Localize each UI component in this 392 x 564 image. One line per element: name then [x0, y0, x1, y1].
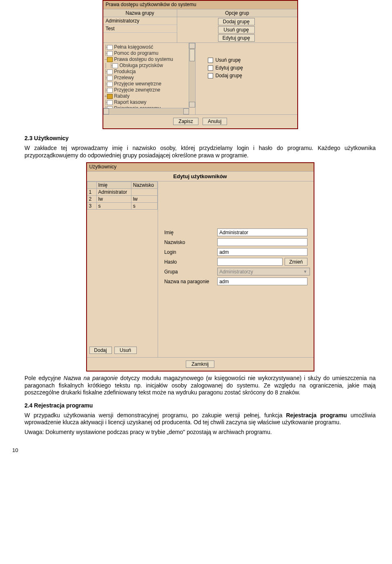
- tree-item[interactable]: ├ Produkcja: [105, 69, 194, 75]
- tree-item[interactable]: ├ Przelewy: [105, 75, 194, 81]
- permission-checkboxes: Usuń grupę Edytuj grupę Dodaj grupę: [196, 43, 297, 114]
- chevron-down-icon: ▼: [303, 269, 307, 274]
- section-2-4-note: Uwaga: Dokumenty wystawione podczas prac…: [24, 429, 376, 436]
- cell: lw: [131, 196, 158, 203]
- lastname-input[interactable]: [217, 238, 307, 246]
- text-bold: Rejestracja programu: [286, 412, 347, 419]
- remove-group-button[interactable]: Usuń grupę: [218, 26, 255, 34]
- check-add-group[interactable]: Dodaj grupę: [208, 73, 293, 78]
- cell: Administrator: [96, 189, 131, 196]
- tree-item[interactable]: ├ Pełna księgowość: [105, 44, 194, 50]
- scrollbar-horizontal[interactable]: [103, 108, 189, 114]
- login-input[interactable]: [217, 248, 307, 256]
- col-firstname: Imię: [96, 182, 131, 189]
- tree-item[interactable]: ├ Przyjęcie zewnętrzne: [105, 87, 194, 93]
- change-password-button[interactable]: Zmień: [285, 258, 307, 266]
- check-label: Usuń grupę: [216, 57, 241, 63]
- login-label: Login: [164, 249, 217, 255]
- group-select[interactable]: [217, 268, 310, 275]
- tree-item-label: Przyjęcie zewnętrzne: [114, 87, 160, 93]
- add-group-button[interactable]: Dodaj grupę: [218, 18, 255, 25]
- group-row[interactable]: Administratorzy: [103, 17, 177, 25]
- users-dialog-heading: Edytuj użytkowników: [87, 172, 314, 181]
- col-num: [87, 182, 96, 189]
- tree-item[interactable]: ├ Raport kasowy: [105, 99, 194, 105]
- page-icon: [107, 69, 113, 74]
- page-icon: [107, 100, 113, 105]
- table-row[interactable]: 3 s s: [87, 203, 158, 210]
- dialog-title: Prawa dostępu użytkowników do systemu: [103, 1, 297, 9]
- text: Pole edycyjne: [24, 375, 64, 381]
- users-tab-title: Użytkownicy: [87, 163, 314, 172]
- save-button[interactable]: Zapisz: [173, 118, 198, 125]
- page-icon: [107, 76, 113, 81]
- tree-item-label: Przyjęcie wewnętrzne: [114, 81, 161, 87]
- remove-user-button[interactable]: Usuń: [114, 347, 137, 354]
- edit-group-button[interactable]: Edytuj grupę: [218, 34, 255, 42]
- folder-icon: [107, 94, 113, 99]
- users-dialog: Użytkownicy Edytuj użytkowników Imię Naz…: [86, 162, 314, 372]
- table-row[interactable]: 2 lw lw: [87, 196, 158, 203]
- page-number: 10: [12, 447, 376, 453]
- check-remove-group[interactable]: Usuń grupę: [208, 57, 293, 63]
- add-user-button[interactable]: Dodaj: [89, 347, 112, 354]
- cancel-button[interactable]: Anuluj: [203, 118, 227, 125]
- cell: lw: [96, 196, 131, 203]
- tree-item[interactable]: ├ Przyjęcie wewnętrzne: [105, 81, 194, 87]
- password-input[interactable]: [217, 258, 283, 266]
- col-lastname: Nazwisko: [131, 182, 158, 189]
- section-2-4-heading: 2.4 Rejestracja programu: [24, 402, 376, 409]
- access-rights-dialog: Prawa dostępu użytkowników do systemu Na…: [102, 0, 298, 129]
- cell: s: [96, 203, 131, 210]
- tree-item-label: Prawa dostępu do systemu: [114, 56, 173, 63]
- tree-item-label: Produkcja: [114, 69, 136, 75]
- folder-icon: [107, 57, 113, 62]
- group-label: Grupa: [164, 269, 217, 275]
- tree-item[interactable]: ├ Pomoc do programu: [105, 50, 194, 56]
- table-row[interactable]: 1 Administrator: [87, 189, 158, 196]
- page-icon: [107, 82, 113, 87]
- group-options-header: Opcje grup: [177, 9, 297, 17]
- text-italic: Nazwa na paragonie: [64, 375, 118, 381]
- scrollbar-vertical[interactable]: [189, 43, 195, 107]
- tree-item-label: Obsługa przycisków: [119, 63, 163, 69]
- receipt-name-explanation: Pole edycyjne Nazwa na paragonie dotyczy…: [24, 375, 376, 396]
- tree-item[interactable]: │ ├ Obsługa przycisków: [105, 63, 194, 69]
- tree-item[interactable]: + Rabaty: [105, 93, 194, 99]
- cell: [131, 189, 158, 196]
- group-options-panel: Opcje grup Dodaj grupę Usuń grupę Edytuj…: [177, 9, 297, 43]
- check-edit-group[interactable]: Edytuj grupę: [208, 65, 293, 71]
- tree-item-label: Pełna księgowość: [114, 44, 153, 50]
- group-row[interactable]: Test: [103, 25, 177, 33]
- group-name-header: Nazwa grupy: [103, 9, 177, 17]
- page-icon: [107, 51, 113, 56]
- section-2-3-text: W zakładce tej wprowadzamy imię i nazwis…: [24, 145, 376, 159]
- section-2-4-text: W przypadku użytkowania wersji demonstra…: [24, 412, 376, 426]
- password-label: Hasło: [164, 259, 217, 265]
- check-label: Edytuj grupę: [216, 65, 243, 71]
- user-form: Imię Nazwisko Login Hasło Zmień Gr: [158, 181, 313, 357]
- page-icon: [107, 88, 113, 93]
- firstname-input[interactable]: [217, 228, 307, 236]
- lastname-label: Nazwisko: [164, 239, 217, 245]
- groups-panel: Nazwa grupy Administratorzy Test: [103, 9, 177, 43]
- cell: 1: [87, 189, 96, 196]
- cell: 3: [87, 203, 96, 210]
- page-icon: [112, 63, 118, 68]
- receipt-name-label: Nazwa na paragonie: [164, 279, 217, 284]
- cell: s: [131, 203, 158, 210]
- page-icon: [107, 45, 113, 50]
- users-table[interactable]: Imię Nazwisko 1 Administrator 2 lw lw: [87, 181, 158, 210]
- close-button[interactable]: Zamknij: [186, 360, 214, 368]
- cell: 2: [87, 196, 96, 203]
- tree-item-label: Pomoc do programu: [114, 50, 158, 56]
- tree-item-label: Przelewy: [114, 75, 134, 81]
- text: W przypadku użytkowania wersji demonstra…: [24, 412, 286, 419]
- section-2-3-heading: 2.3 Użytkownicy: [24, 135, 376, 141]
- tree-item-label: Rabaty: [114, 93, 129, 99]
- permissions-tree[interactable]: ├ Pełna księgowość├ Pomoc do programu− P…: [103, 43, 196, 114]
- tree-item[interactable]: − Prawa dostępu do systemu: [105, 56, 194, 63]
- receipt-name-input[interactable]: [217, 278, 307, 285]
- tree-item-label: Raport kasowy: [114, 99, 146, 105]
- check-label: Dodaj grupę: [216, 73, 242, 78]
